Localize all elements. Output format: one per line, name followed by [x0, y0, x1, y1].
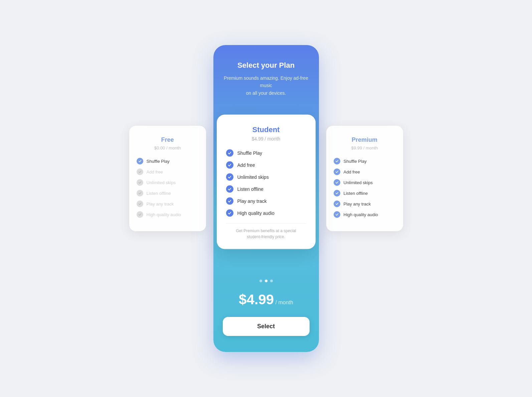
check-icon [334, 190, 340, 196]
carousel-dots [259, 280, 273, 282]
premium-card: Premium $9.99 / month Shuffle Play Add f… [326, 126, 403, 231]
list-item: Add free [334, 168, 396, 175]
premium-plan-price: $9.99 / month [334, 145, 396, 150]
check-icon [226, 197, 233, 205]
check-icon [226, 149, 233, 157]
free-card: Free $0.00 / month Shuffle Play Add free… [129, 126, 206, 231]
list-item: Play any track [334, 201, 396, 207]
check-icon-disabled [137, 179, 143, 186]
list-item: Shuffle Play [334, 158, 396, 164]
check-icon [226, 210, 233, 217]
list-item: Play any track [226, 197, 306, 205]
free-plan-price: $0.00 / month [137, 145, 199, 150]
list-item: Add free [137, 168, 199, 175]
student-plan-price: $4.99 / month [226, 136, 306, 141]
price-amount: $4.99 [239, 292, 274, 307]
main-card-title: Select your Plan [223, 61, 310, 70]
main-card-bottom: $4.99 / month Select [213, 280, 319, 352]
dot-3 [270, 280, 273, 282]
check-icon-disabled [137, 190, 143, 196]
list-item: Listen offline [334, 190, 396, 196]
list-item: High quality audio [226, 210, 306, 217]
main-card-subtitle: Premium sounds amazing. Enjoy ad-free mu… [223, 74, 310, 97]
student-feature-list: Shuffle Play Add free Unlimited skips Li… [226, 149, 306, 217]
list-item: Listen offline [226, 185, 306, 193]
check-icon [334, 168, 340, 175]
list-item: Add free [226, 161, 306, 169]
premium-plan-name: Premium [334, 136, 396, 143]
free-plan-name: Free [137, 136, 199, 143]
list-item: Play any track [137, 201, 199, 207]
check-icon [334, 179, 340, 186]
check-icon [137, 158, 143, 164]
pricing-scene: Select your Plan Premium sounds amazing.… [136, 38, 396, 359]
check-icon [226, 161, 233, 169]
list-item: Unlimited skips [226, 173, 306, 181]
check-icon [226, 173, 233, 181]
check-icon [226, 185, 233, 193]
list-item: Unlimited skips [334, 179, 396, 186]
check-icon-disabled [137, 168, 143, 175]
list-item: High quality audio [334, 211, 396, 218]
list-item: Unlimited skips [137, 179, 199, 186]
premium-feature-list: Shuffle Play Add free Unlimited skips Li… [334, 158, 396, 218]
check-icon [334, 158, 340, 164]
check-icon-disabled [137, 201, 143, 207]
student-card: Student $4.99 / month Shuffle Play Add f… [217, 115, 316, 249]
check-icon-disabled [137, 211, 143, 218]
student-plan-name: Student [226, 125, 306, 134]
list-item: Shuffle Play [137, 158, 199, 164]
select-button[interactable]: Select [223, 317, 310, 336]
dot-2 [265, 280, 268, 282]
check-icon [334, 201, 340, 207]
check-icon [334, 211, 340, 218]
list-item: Shuffle Play [226, 149, 306, 157]
main-card-header: Select your Plan Premium sounds amazing.… [213, 45, 319, 106]
price-period: / month [276, 300, 293, 305]
dot-1 [259, 280, 262, 282]
free-feature-list: Shuffle Play Add free Unlimited skips Li… [137, 158, 199, 218]
list-item: Listen offline [137, 190, 199, 196]
list-item: High quality audio [137, 211, 199, 218]
student-plan-note: Get Premium benefits at a specialstudent… [226, 224, 306, 240]
price-display: $4.99 / month [239, 292, 293, 308]
